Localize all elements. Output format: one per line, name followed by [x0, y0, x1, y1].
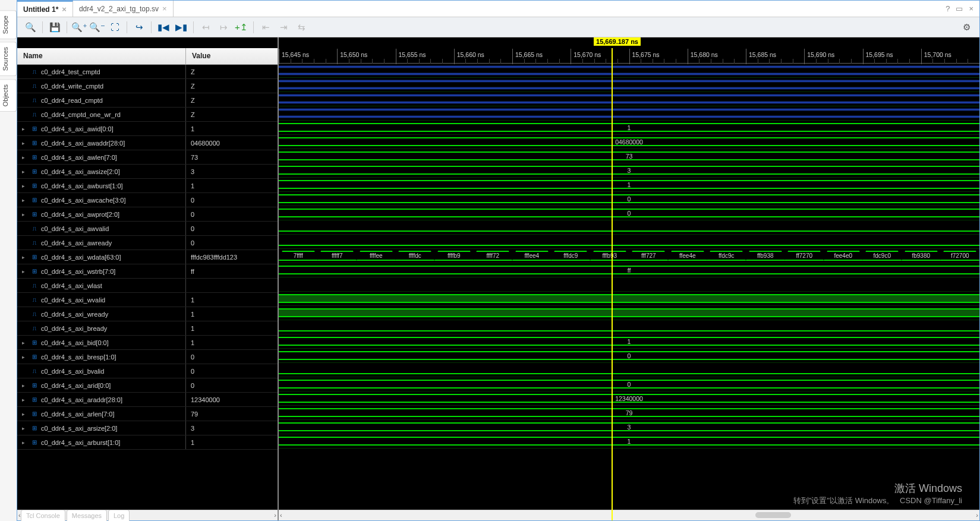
bottom-tab-log[interactable]: Log	[108, 510, 130, 521]
close-panel-icon[interactable]: ×	[969, 4, 973, 13]
add-marker-icon[interactable]: +↥	[233, 20, 250, 35]
time-ruler[interactable]: 15,645 ns15,650 ns15,655 ns15,660 ns15,6…	[279, 48, 979, 64]
first-icon[interactable]: ▮◀	[155, 20, 172, 35]
bottom-tab-messages[interactable]: Messages	[67, 510, 107, 521]
wave-h-scrollbar[interactable]: ‹ ›	[279, 510, 979, 520]
help-icon[interactable]: ?	[946, 4, 950, 13]
signal-row[interactable]: ⎍c0_ddr4_write_cmptdZ	[17, 79, 278, 93]
signal-row[interactable]: ⎍c0_ddr4_s_axi_bready1	[17, 321, 278, 336]
zoom-fit-icon[interactable]: ⛶	[106, 20, 123, 35]
expand-icon[interactable]: ▸	[22, 269, 28, 274]
time-cursor[interactable]	[612, 48, 613, 520]
signal-row[interactable]: ⎍c0_ddr4_test_cmptdZ	[17, 65, 278, 79]
expand-icon[interactable]: ▸	[22, 440, 28, 446]
wave-row[interactable]: 1	[279, 334, 979, 349]
time-marker[interactable]: 15,669.187 ns	[594, 37, 641, 46]
wave-row[interactable]: 7fffffffff7ffffeeffffdcffffb9ffff72fffee…	[279, 249, 979, 263]
signal-row[interactable]: ▸⊞c0_ddr4_s_axi_bresp[1:0]0	[17, 350, 278, 364]
signal-row[interactable]: ⎍c0_ddr4_s_axi_wlast	[17, 279, 278, 293]
signal-row[interactable]: ▸⊞c0_ddr4_s_axi_awburst[1:0]1	[17, 179, 278, 193]
wave-row[interactable]	[279, 64, 979, 78]
waveform-pane[interactable]: 15,669.187 ns 15,645 ns15,650 ns15,655 n…	[279, 37, 979, 520]
tab-untitled[interactable]: Untitled 1* ×	[17, 1, 73, 17]
expand-icon[interactable]: ▸	[22, 211, 28, 217]
goto-icon[interactable]: ↪	[131, 20, 147, 35]
signal-row[interactable]: ⎍c0_ddr4_s_axi_awvalid0	[17, 222, 278, 236]
signal-row[interactable]: ⎍c0_ddr4_cmptd_one_wr_rdZ	[17, 108, 278, 122]
side-tab-sources[interactable]: Sources	[0, 42, 17, 76]
expand-icon[interactable]: ▸	[22, 197, 28, 203]
close-icon[interactable]: ×	[62, 5, 67, 14]
signal-row[interactable]: ▸⊞c0_ddr4_s_axi_wdata[63:0]fffdc983fffdd…	[17, 250, 278, 264]
save-icon[interactable]: 💾	[46, 20, 63, 35]
wave-row[interactable]	[279, 235, 979, 249]
expand-icon[interactable]: ▸	[22, 140, 28, 146]
wave-row[interactable]	[279, 306, 979, 320]
next-edge-icon[interactable]: ↦	[215, 20, 232, 35]
expand-icon[interactable]: ▸	[22, 411, 28, 417]
expand-icon[interactable]: ▸	[22, 154, 28, 160]
wave-row[interactable]	[279, 92, 979, 106]
expand-icon[interactable]: ▸	[22, 340, 28, 346]
expand-icon[interactable]: ▸	[22, 169, 28, 175]
expand-icon[interactable]: ▸	[22, 126, 28, 132]
restore-icon[interactable]: ▭	[956, 4, 963, 13]
expand-icon[interactable]: ▸	[22, 354, 28, 360]
wave-row[interactable]	[279, 220, 979, 235]
signal-row[interactable]: ⎍c0_ddr4_s_axi_awready0	[17, 236, 278, 250]
signal-row[interactable]: ▸⊞c0_ddr4_s_axi_arsize[2:0]3	[17, 421, 278, 435]
marker-area[interactable]: 15,669.187 ns	[279, 37, 979, 48]
signal-row[interactable]: ▸⊞c0_ddr4_s_axi_araddr[28:0]12340000	[17, 393, 278, 407]
signal-row[interactable]: ⎍c0_ddr4_s_axi_bvalid0	[17, 364, 278, 378]
prev-tr-icon[interactable]: ⇤	[257, 20, 274, 35]
next-tr-icon[interactable]: ⇥	[275, 20, 292, 35]
wave-row[interactable]: 0	[279, 192, 979, 206]
waves-area[interactable]: 1046800007331007fffffffff7ffffeeffffdcff…	[279, 64, 979, 520]
zoom-in-icon[interactable]: 🔍⁺	[71, 20, 87, 35]
signal-row[interactable]: ▸⊞c0_ddr4_s_axi_awsize[2:0]3	[17, 165, 278, 179]
signal-row[interactable]: ▸⊞c0_ddr4_s_axi_arburst[1:0]1	[17, 435, 278, 450]
side-tab-objects[interactable]: Objects	[0, 79, 17, 112]
wave-row[interactable]	[279, 320, 979, 334]
expand-icon[interactable]: ▸	[22, 425, 28, 431]
expand-icon[interactable]: ▸	[22, 254, 28, 260]
wave-row[interactable]: 1	[279, 434, 979, 449]
signal-row[interactable]: ⎍c0_ddr4_s_axi_wready1	[17, 307, 278, 321]
signal-row[interactable]: ▸⊞c0_ddr4_s_axi_awlen[7:0]73	[17, 150, 278, 165]
wave-row[interactable]	[279, 106, 979, 121]
close-icon[interactable]: ×	[162, 4, 167, 13]
wave-row[interactable]: 1	[279, 178, 979, 192]
wave-row[interactable]	[279, 292, 979, 306]
wave-row[interactable]: 0	[279, 206, 979, 220]
wave-row[interactable]: 12340000	[279, 391, 979, 406]
wave-row[interactable]: 0	[279, 349, 979, 363]
col-name-header[interactable]: Name	[17, 48, 186, 64]
signal-row[interactable]: ▸⊞c0_ddr4_s_axi_awprot[2:0]0	[17, 207, 278, 222]
signal-row[interactable]: ▸⊞c0_ddr4_s_axi_bid[0:0]1	[17, 336, 278, 350]
signal-row[interactable]: ▸⊞c0_ddr4_s_axi_arlen[7:0]79	[17, 407, 278, 421]
signal-row[interactable]: ▸⊞c0_ddr4_s_axi_wstrb[7:0]ff	[17, 264, 278, 279]
wave-row[interactable]	[279, 277, 979, 292]
wave-row[interactable]: 3	[279, 420, 979, 434]
signal-row[interactable]: ⎍c0_ddr4_read_cmptdZ	[17, 93, 278, 108]
zoom-out-icon[interactable]: 🔍⁻	[89, 20, 105, 35]
signal-list[interactable]: ⎍c0_ddr4_test_cmptdZ⎍c0_ddr4_write_cmptd…	[17, 65, 278, 510]
search-icon[interactable]: 🔍	[22, 20, 39, 35]
signal-row[interactable]: ⎍c0_ddr4_s_axi_wvalid1	[17, 293, 278, 307]
prev-edge-icon[interactable]: ↤	[197, 20, 214, 35]
side-tab-scope[interactable]: Scope	[0, 10, 17, 39]
wave-row[interactable]: 3	[279, 163, 979, 178]
signal-row[interactable]: ▸⊞c0_ddr4_s_axi_awid[0:0]1	[17, 122, 278, 136]
tab-file[interactable]: ddr4_v2_2_axi_tg_top.sv ×	[73, 1, 174, 17]
wave-row[interactable]: 73	[279, 149, 979, 163]
signal-row[interactable]: ▸⊞c0_ddr4_s_axi_awcache[3:0]0	[17, 193, 278, 207]
expand-icon[interactable]: ▸	[22, 383, 28, 389]
wave-row[interactable]: 1	[279, 121, 979, 135]
bottom-tab-tcl[interactable]: Tcl Console	[21, 510, 65, 521]
last-icon[interactable]: ▶▮	[173, 20, 190, 35]
expand-icon[interactable]: ▸	[22, 397, 28, 403]
wave-row[interactable]: ff	[279, 263, 979, 277]
wave-row[interactable]	[279, 363, 979, 377]
signal-row[interactable]: ▸⊞c0_ddr4_s_axi_arid[0:0]0	[17, 378, 278, 393]
signal-row[interactable]: ▸⊞c0_ddr4_s_axi_awaddr[28:0]04680000	[17, 136, 278, 150]
